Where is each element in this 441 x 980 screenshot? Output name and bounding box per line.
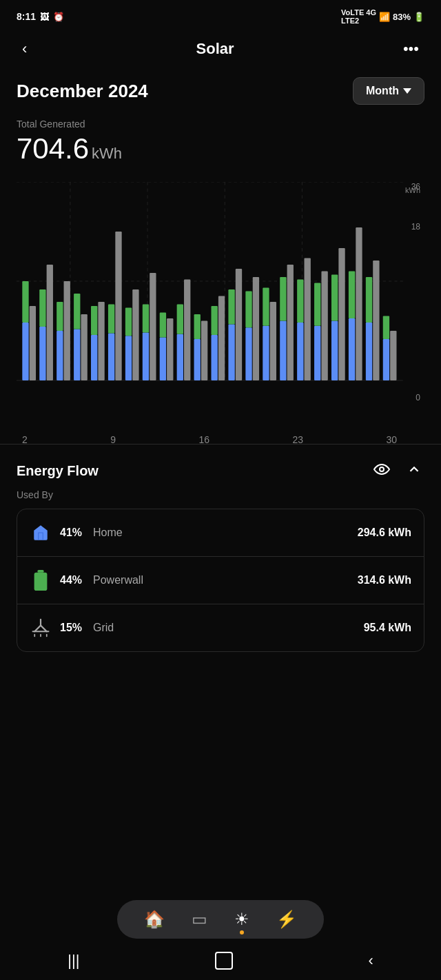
svg-rect-40 (211, 335, 217, 380)
bottom-spacer (0, 652, 441, 762)
nav-item-powerwall[interactable]: ▭ (192, 910, 207, 929)
battery-icon: 🔋 (413, 12, 424, 22)
status-right: VoLTE 4GLTE2 📶 83% 🔋 (341, 8, 424, 25)
svg-rect-11 (39, 289, 45, 327)
house-svg (32, 524, 50, 542)
svg-line-78 (41, 626, 47, 632)
x-label-30: 30 (386, 434, 397, 445)
nav-item-solar[interactable]: ☀ (234, 910, 249, 929)
home-percentage: 41% (60, 527, 82, 539)
grid-svg (31, 618, 50, 637)
svg-rect-23 (108, 305, 114, 334)
chevron-down-icon (403, 88, 411, 94)
carrier-text: VoLTE 4GLTE2 (341, 8, 376, 25)
svg-rect-58 (314, 326, 320, 380)
home-value: 294.6 kWh (358, 527, 411, 539)
nav-grid-icon: ⚡ (276, 910, 297, 929)
current-date: December 2024 (17, 81, 148, 102)
period-selector[interactable]: Month (353, 77, 424, 105)
svg-rect-22 (108, 334, 114, 380)
svg-rect-75 (34, 573, 48, 591)
svg-rect-8 (22, 281, 28, 323)
svg-rect-7 (22, 323, 28, 380)
y-axis-labels: 36 kWh 18 0 (396, 182, 423, 402)
svg-rect-14 (57, 302, 63, 331)
svg-rect-62 (331, 274, 338, 320)
photo-icon: 🖼 (40, 12, 49, 22)
svg-rect-15 (64, 281, 70, 380)
sys-nav-back[interactable]: ‹ (368, 952, 373, 970)
energy-flow-section: Energy Flow Used By (0, 445, 441, 652)
svg-line-77 (34, 626, 41, 632)
svg-rect-47 (245, 291, 252, 327)
chart-wrapper: 36 kWh 18 0 (17, 182, 424, 430)
home-name: Home (93, 527, 123, 539)
svg-rect-50 (263, 288, 269, 326)
date-period-row: December 2024 Month (0, 72, 441, 108)
svg-rect-67 (366, 323, 372, 380)
svg-rect-41 (211, 306, 217, 335)
back-button[interactable]: ‹ (17, 37, 32, 61)
nav-item-grid[interactable]: ⚡ (276, 910, 297, 929)
svg-rect-19 (91, 335, 97, 380)
visibility-button[interactable] (371, 458, 393, 484)
battery-pct: 83% (393, 12, 411, 22)
svg-rect-24 (115, 232, 121, 380)
x-label-16: 16 (198, 434, 209, 445)
powerwall-icon (30, 569, 52, 591)
svg-rect-18 (81, 314, 87, 380)
sys-nav-home[interactable] (215, 952, 233, 970)
svg-rect-33 (167, 318, 173, 380)
energy-item-grid: 15% Grid 95.4 kWh (17, 604, 424, 651)
energy-flow-controls (371, 458, 424, 484)
svg-rect-59 (314, 283, 320, 325)
bottom-nav-wrapper: 🏠 ▭ ☀ ⚡ (117, 900, 324, 939)
more-button[interactable]: ••• (398, 37, 424, 61)
svg-rect-44 (228, 289, 234, 324)
svg-rect-69 (373, 261, 379, 380)
nav-home-icon: 🏠 (144, 910, 165, 929)
svg-rect-38 (194, 314, 201, 339)
energy-flow-header: Energy Flow (17, 458, 424, 484)
svg-rect-17 (74, 294, 80, 329)
svg-rect-68 (366, 277, 372, 323)
system-nav-bar: ||| ‹ (0, 941, 441, 980)
svg-rect-39 (201, 321, 207, 380)
svg-rect-64 (349, 318, 355, 380)
x-label-9: 9 (110, 434, 116, 445)
eye-icon (373, 461, 390, 478)
y-unit: kWh (405, 186, 420, 194)
svg-rect-10 (39, 327, 45, 380)
svg-rect-71 (383, 316, 389, 339)
svg-rect-63 (338, 248, 345, 380)
nav-item-home[interactable]: 🏠 (144, 910, 165, 929)
svg-rect-43 (228, 324, 234, 380)
sys-nav-recent[interactable]: ||| (68, 952, 79, 970)
svg-rect-34 (177, 334, 183, 380)
svg-rect-32 (160, 313, 166, 338)
svg-rect-74 (37, 570, 43, 573)
grid-percentage: 15% (60, 622, 82, 634)
svg-rect-12 (47, 265, 53, 380)
battery-svg (33, 570, 48, 591)
y-label-min: 0 (416, 393, 420, 402)
svg-rect-66 (356, 227, 362, 380)
energy-item-left-powerwall: 44% Powerwall (30, 569, 143, 591)
grid-name: Grid (93, 622, 114, 634)
svg-point-73 (380, 467, 384, 471)
svg-rect-49 (263, 326, 269, 380)
svg-rect-53 (280, 277, 286, 321)
powerwall-value: 314.6 kWh (358, 574, 411, 586)
svg-rect-56 (297, 280, 303, 323)
collapse-button[interactable] (404, 459, 424, 483)
svg-rect-46 (245, 327, 252, 380)
svg-rect-9 (30, 306, 36, 380)
total-generated-label: Total Generated (17, 119, 424, 130)
svg-rect-57 (305, 258, 311, 380)
chart-container: 36 kWh 18 0 2 9 16 23 30 (0, 182, 441, 430)
svg-rect-51 (270, 302, 276, 380)
alarm-icon: ⏰ (53, 12, 64, 22)
svg-rect-26 (125, 307, 132, 336)
bar-chart (17, 182, 424, 430)
svg-rect-48 (253, 277, 259, 380)
